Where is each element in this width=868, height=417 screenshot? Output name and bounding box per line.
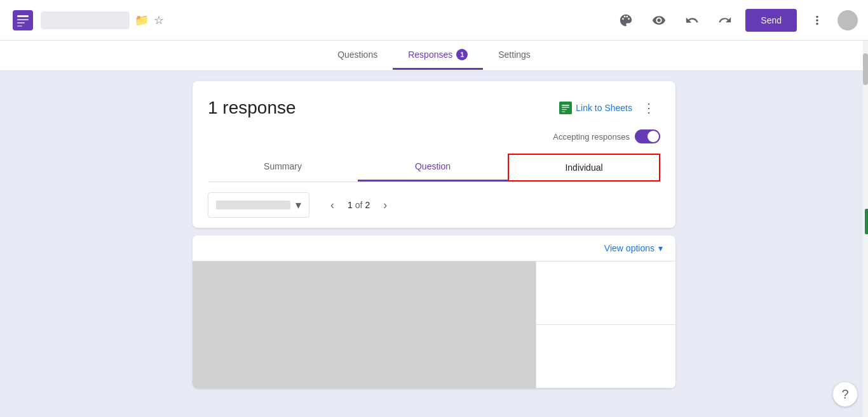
sheets-icon — [559, 102, 572, 114]
next-page-button[interactable]: › — [375, 195, 395, 215]
response-count: 1 response — [208, 98, 296, 118]
svg-rect-6 — [562, 105, 569, 106]
response-card: 1 response Link to Sheets ⋮ — [193, 81, 675, 228]
page-info: 1 of 2 — [348, 200, 370, 210]
dropdown-chevron-icon: ▾ — [295, 198, 301, 212]
response-header: 1 response Link to Sheets ⋮ — [193, 81, 675, 182]
svg-rect-2 — [17, 19, 29, 20]
dropdown-label-bg — [216, 201, 290, 209]
undo-button[interactable] — [679, 8, 705, 33]
star-icon[interactable]: ☆ — [154, 13, 164, 27]
prev-page-button[interactable]: ‹ — [322, 195, 342, 215]
card2-right — [536, 261, 675, 388]
nav-row: ▾ ‹ 1 of 2 › — [193, 182, 675, 228]
view-options-card: View options ▾ — [193, 235, 675, 388]
subtab-row: Summary Question Individual — [208, 154, 660, 182]
title-bar: 📁 ☆ — [41, 11, 164, 29]
svg-rect-1 — [17, 15, 29, 17]
svg-rect-9 — [562, 111, 565, 112]
topbar-left: 📁 ☆ — [10, 8, 608, 33]
svg-rect-3 — [17, 22, 25, 23]
accepting-row: Accepting responses — [208, 129, 660, 143]
tab-settings[interactable]: Settings — [483, 42, 546, 69]
help-button[interactable]: ? — [832, 381, 858, 407]
accepting-label: Accepting responses — [553, 132, 630, 142]
topbar-right: Send — [613, 8, 858, 33]
card2-body — [193, 261, 675, 388]
svg-rect-7 — [562, 107, 569, 108]
redo-button[interactable] — [712, 8, 738, 33]
topbar: 📁 ☆ Send — [0, 0, 868, 41]
subtab-individual[interactable]: Individual — [508, 154, 660, 182]
svg-rect-8 — [562, 109, 567, 110]
response-title-row: 1 response Link to Sheets ⋮ — [208, 96, 660, 119]
tab-questions[interactable]: Questions — [322, 42, 393, 69]
card-more-button[interactable]: ⋮ — [637, 96, 660, 119]
tabbar: Questions Responses 1 Settings — [0, 41, 868, 71]
subtab-summary[interactable]: Summary — [208, 154, 358, 182]
scrollbar-thumb — [863, 53, 868, 85]
avatar[interactable] — [837, 10, 858, 30]
responses-badge: 1 — [456, 49, 468, 60]
response-dropdown[interactable]: ▾ — [208, 192, 309, 218]
preview-button[interactable] — [646, 8, 672, 33]
card2-header: View options ▾ — [193, 235, 675, 261]
document-title-input[interactable] — [41, 11, 130, 29]
folder-icon[interactable]: 📁 — [135, 13, 149, 27]
palette-button[interactable] — [613, 8, 639, 33]
accepting-toggle[interactable] — [635, 129, 660, 143]
link-to-sheets-button[interactable]: Link to Sheets — [559, 102, 632, 114]
view-options-button[interactable]: View options ▾ — [604, 243, 663, 253]
main-content: 1 response Link to Sheets ⋮ — [0, 71, 868, 417]
help-icon: ? — [841, 387, 848, 402]
response-actions: Link to Sheets ⋮ — [559, 96, 660, 119]
tab-responses[interactable]: Responses 1 — [393, 41, 483, 70]
page-total: 2 — [365, 200, 370, 210]
card2-image — [193, 261, 536, 388]
forms-app-icon — [10, 8, 36, 33]
card2-right-row-1 — [536, 261, 675, 325]
send-button[interactable]: Send — [745, 9, 797, 32]
svg-rect-4 — [17, 25, 22, 27]
green-side-bar — [865, 209, 868, 234]
page-of-label: of — [355, 200, 363, 210]
card2-right-row-2 — [536, 325, 675, 388]
subtab-question[interactable]: Question — [358, 154, 508, 182]
chevron-down-icon: ▾ — [658, 243, 663, 253]
page-current: 1 — [348, 200, 353, 210]
page-nav: ‹ 1 of 2 › — [322, 195, 395, 215]
more-options-button[interactable] — [804, 8, 830, 33]
